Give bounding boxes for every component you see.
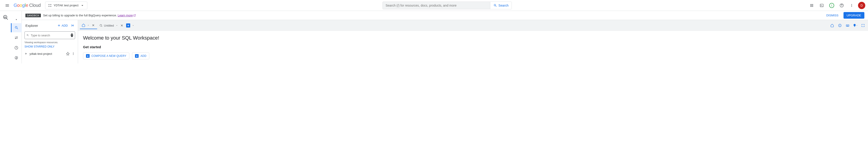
notifications-button[interactable]: 1 [827,1,836,10]
search-icon [493,4,497,7]
info-icon [838,24,842,27]
google-cloud-logo[interactable]: Google Cloud [13,3,41,8]
search-input[interactable] [383,2,490,9]
home-tab-close[interactable] [91,23,95,27]
explorer-add-button[interactable]: ADD [56,23,69,28]
chevron-right-icon [25,52,28,55]
project-tree-item[interactable]: ydtak-test-project [25,50,75,57]
nav-scheduled[interactable] [11,43,22,52]
nav-transfers[interactable] [11,33,22,42]
help-button[interactable] [837,1,846,10]
svg-point-8 [15,38,16,39]
dropdown-icon [87,24,89,26]
cloud-text: Cloud [29,3,41,8]
sandbox-learn-more-link[interactable]: Learn more [118,14,136,17]
shortcuts-icon-button[interactable] [844,22,851,29]
workspace-area: Untitled + [78,20,868,64]
untitled-tab-dropdown[interactable] [115,24,118,27]
new-tab-dropdown[interactable] [131,24,136,27]
project-picker[interactable]: YDTAK test project [45,2,87,9]
svg-point-11 [16,57,16,58]
home-tab[interactable] [80,22,97,29]
global-search: Search [382,2,512,9]
show-starred-link[interactable]: SHOW STARRED ONLY [25,45,75,48]
dismiss-button[interactable]: DISMISS [824,12,841,18]
explorer-search-input[interactable] [31,34,69,37]
search-icon [27,33,29,37]
external-link-icon [133,14,136,17]
untitled-tab-label: Untitled [104,24,114,27]
nav-dot [16,19,17,20]
apps-button[interactable] [807,1,816,10]
nav-monitoring[interactable] [11,53,22,62]
notification-badge: 1 [829,3,834,8]
explorer-panel: Explorer ADD ? Viewing workspa [22,20,78,64]
compose-query-button[interactable]: + COMPOSE A NEW QUERY [83,52,129,60]
home-icon-button[interactable] [829,22,835,29]
dropdown-icon [132,24,134,27]
welcome-area: Welcome to your SQL Workspace! Get start… [78,31,868,64]
explorer-body: ? Viewing workspace resources. SHOW STAR… [22,31,78,57]
dropdown-icon [856,25,858,26]
project-name: YDTAK test project [54,4,79,7]
search-button[interactable]: Search [490,2,512,9]
fullscreen-icon-button[interactable] [860,22,866,29]
explorer-title: Explorer [25,24,56,27]
home-tab-dropdown[interactable] [87,24,90,26]
tips-icon-button[interactable] [852,22,859,29]
svg-point-1 [50,4,51,5]
upgrade-button[interactable]: UPGRADE [843,12,864,19]
project-icon [48,4,52,7]
google-logo-text: Google [13,3,28,8]
more-vert-icon[interactable] [71,52,75,55]
sandbox-text: Set up billing to upgrade to the full Bi… [43,14,136,17]
svg-point-12 [100,24,102,26]
sandbox-banner: SANDBOX Set up billing to upgrade to the… [22,11,868,20]
get-started-buttons: + COMPOSE A NEW QUERY + ADD [83,52,863,60]
plus-icon: + [135,54,138,58]
star-icon[interactable] [66,52,70,55]
project-name-label: ydtak-test-project [30,52,52,55]
product-icon-column [0,11,11,64]
top-header: Google Cloud YDTAK test project Search 1 [0,0,868,11]
account-avatar[interactable]: D [858,2,865,9]
more-vert-icon [849,3,854,7]
clock-icon [14,46,19,50]
info-icon-button[interactable] [837,22,843,29]
svg-rect-4 [820,4,823,7]
content-row: Explorer ADD ? Viewing workspa [22,20,868,64]
untitled-tab[interactable]: Untitled [98,22,126,29]
sandbox-badge: SANDBOX [25,14,41,17]
collapse-left-icon [70,23,75,27]
svg-point-2 [49,6,50,7]
svg-point-3 [50,6,51,7]
collapse-explorer-button[interactable] [69,22,76,29]
add-resource-button[interactable]: + ADD [132,52,149,60]
nav-sql-workspace[interactable] [11,23,22,32]
new-tab-controls: + [126,23,136,27]
help-icon [839,3,844,8]
get-started-heading: Get started [83,45,863,49]
svg-rect-14 [846,25,849,26]
keyboard-icon [846,24,849,27]
explorer-search-field[interactable]: ? [25,31,75,39]
untitled-tab-close[interactable] [120,23,124,27]
gauge-icon [14,56,19,60]
close-icon [92,24,95,27]
search-help-icon[interactable]: ? [71,33,73,37]
sliders-icon [14,36,19,40]
header-center: Search [89,2,805,9]
nav-menu-button[interactable] [3,1,12,10]
home-icon [830,24,834,27]
tabs-right-icons [829,22,866,29]
more-button[interactable] [847,1,856,10]
header-right: 1 D [807,1,865,10]
cloud-shell-button[interactable] [817,1,826,10]
dropdown-icon [80,3,84,7]
search-icon [14,26,19,30]
viewing-resources-text: Viewing workspace resources. [25,41,75,44]
bigquery-product-icon[interactable] [1,13,10,22]
dropdown-icon [116,24,118,27]
new-tab-button[interactable]: + [126,23,130,27]
bigquery-icon [2,14,8,20]
